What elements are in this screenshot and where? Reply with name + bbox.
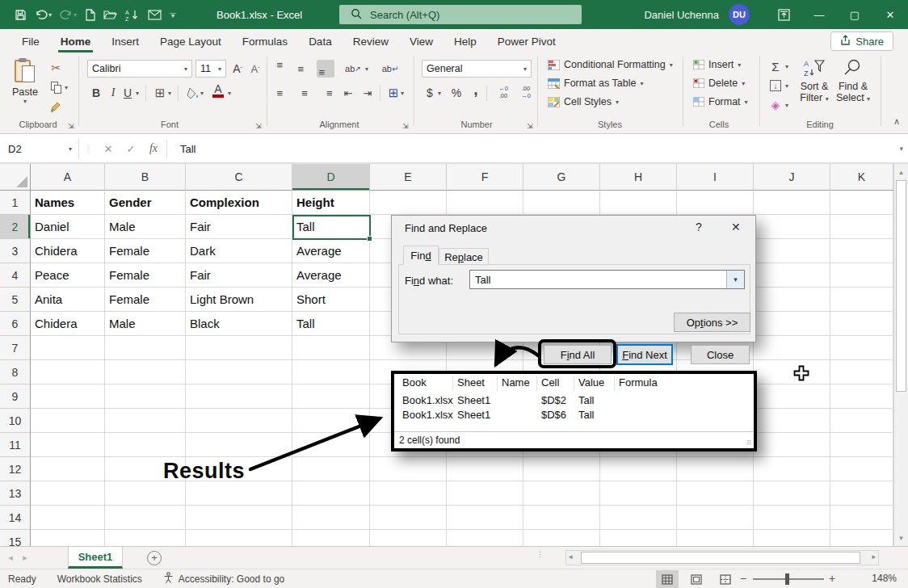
row-header-10[interactable]: 10 [0,409,31,433]
user-name[interactable]: Daniel Uchenna [644,9,719,21]
cell-H13[interactable] [600,481,677,506]
sort-ascending-icon[interactable]: AZ [125,9,140,21]
accessibility-status-button[interactable]: Accessibility: Good to go [179,573,284,585]
name-box[interactable]: D2▾ [2,138,79,159]
cell-C10[interactable] [186,409,292,433]
align-middle-icon[interactable]: ≡ [296,60,313,78]
row-header-11[interactable]: 11 [0,433,31,457]
dialog-help-icon[interactable]: ? [696,220,702,233]
cell-D15[interactable] [292,530,370,546]
autosum-dropdown-chevron[interactable]: ▾ [785,63,788,70]
cell-B13[interactable] [105,481,186,506]
alignment-dialog-launcher[interactable]: ⇲ [402,122,409,130]
tab-replace[interactable]: Replace [439,248,489,265]
column-header-K[interactable]: K [830,164,893,191]
accounting-format-icon[interactable]: $ [423,84,436,102]
number-format-combo[interactable]: General▾ [422,60,532,78]
close-dialog-button[interactable]: Close [691,345,750,364]
paste-dropdown-chevron[interactable]: ▾ [23,98,27,105]
cell-A14[interactable] [31,506,105,530]
paste-button[interactable]: Paste ▾ [6,58,44,105]
options-button[interactable]: Options >> [674,313,750,332]
column-header-H[interactable]: H [600,164,677,191]
cell-C7[interactable] [186,336,292,360]
cell-D6[interactable]: Tall [292,312,370,336]
cell-J7[interactable] [754,336,830,360]
tab-data[interactable]: Data [298,29,343,53]
row-header-9[interactable]: 9 [0,384,31,409]
cell-A13[interactable] [31,481,105,506]
insert-cells-button[interactable]: Insert▾ [693,59,741,70]
cell-J1[interactable] [754,191,830,215]
cell-J5[interactable] [754,288,830,312]
scroll-right-icon[interactable]: ▸ [872,552,876,561]
cell-A8[interactable] [31,360,105,384]
find-what-input[interactable]: Tall ▾ [469,270,745,289]
cell-C6[interactable]: Black [186,312,292,336]
vertical-scrollbar-thumb[interactable] [896,180,906,392]
italic-icon[interactable]: I [107,84,120,102]
cell-K4[interactable] [830,263,893,288]
row-header-6[interactable]: 6 [0,312,31,336]
cell-K7[interactable] [830,336,893,360]
cell-G1[interactable] [523,191,600,215]
horizontal-scrollbar-thumb[interactable] [581,552,860,564]
cell-F12[interactable] [447,457,523,481]
sheet-tab-sheet1[interactable]: Sheet1 [68,547,123,569]
cell-C11[interactable] [186,433,292,457]
percent-style-icon[interactable]: % [449,84,464,102]
cell-C1[interactable]: Complexion [186,191,292,215]
wrap-text-icon[interactable]: ab↵ [380,60,401,78]
cell-B11[interactable] [105,433,186,457]
format-cells-button[interactable]: Format▾ [693,96,748,107]
cell-F1[interactable] [447,191,523,215]
column-header-F[interactable]: F [447,164,523,191]
cell-K13[interactable] [830,481,893,506]
cell-G15[interactable] [523,530,600,546]
fill-icon[interactable]: ↓ [767,78,784,94]
merge-center-icon[interactable]: ⊞ [385,84,402,102]
cell-B2[interactable]: Male [105,215,186,239]
merge-center-dropdown-chevron[interactable]: ▾ [401,90,404,97]
cell-B5[interactable]: Female [105,288,186,312]
tab-page-layout[interactable]: Page Layout [149,29,232,53]
zoom-level[interactable]: 148% [872,573,897,584]
cut-icon[interactable]: ✂ [47,60,65,76]
align-bottom-icon[interactable]: ≡ [317,60,334,78]
cell-D10[interactable] [292,409,370,433]
cell-B6[interactable]: Male [105,312,186,336]
comma-style-icon[interactable]: , [470,81,481,99]
increase-font-size-icon[interactable]: Aˆ [229,60,246,78]
scroll-up-icon[interactable]: ▴ [894,168,908,176]
results-row-0-sheet[interactable]: Sheet1 [457,394,490,406]
copy-dropdown-chevron[interactable]: ▾ [65,84,68,91]
cell-G12[interactable] [523,457,600,481]
cell-B1[interactable]: Gender [105,191,186,215]
delete-cells-button[interactable]: Delete▾ [693,78,745,89]
align-left-icon[interactable]: ≡ [275,84,292,102]
fill-dropdown-chevron[interactable]: ▾ [785,82,788,90]
clear-icon[interactable]: ◈ [767,97,784,113]
cell-B15[interactable] [105,530,186,546]
increase-decimal-icon[interactable]: ←0.00 [493,84,514,102]
column-header-B[interactable]: B [105,164,186,191]
cell-K12[interactable] [830,457,893,481]
cell-B3[interactable]: Female [105,239,186,263]
accounting-dropdown-chevron[interactable]: ▾ [438,90,441,97]
tab-formulas[interactable]: Formulas [232,29,298,53]
cell-J3[interactable] [754,239,830,263]
cell-D7[interactable] [292,336,370,360]
cell-D9[interactable] [292,384,370,409]
column-header-G[interactable]: G [523,164,600,191]
zoom-out-icon[interactable]: − [740,572,746,585]
undo-dropdown-chevron[interactable]: ▾ [48,11,52,19]
row-header-1[interactable]: 1 [0,191,31,215]
tab-scrollbar-divider[interactable]: ⋮ [536,552,544,556]
row-header-12[interactable]: 12 [0,457,31,481]
cell-E12[interactable] [370,457,447,481]
decrease-decimal-icon[interactable]: .00→0 [515,84,536,102]
bold-icon[interactable]: B [89,84,103,102]
cell-K11[interactable] [830,433,893,457]
dialog-close-icon[interactable]: ✕ [731,220,741,233]
column-header-D[interactable]: D [292,164,370,191]
